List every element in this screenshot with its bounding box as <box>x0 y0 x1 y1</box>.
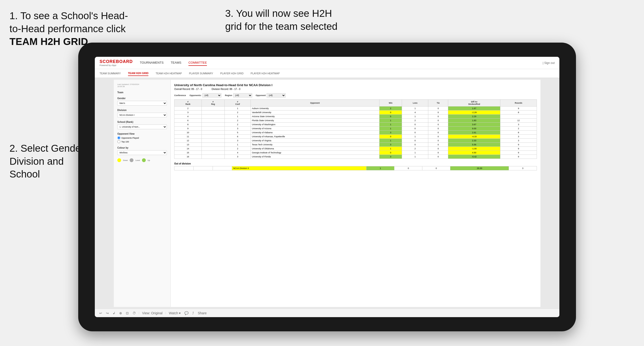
toolbar-undo[interactable]: ↩ <box>98 311 103 316</box>
toolbar-redo[interactable]: ↪ <box>105 311 110 316</box>
cell-diff: 1.83 <box>448 119 500 123</box>
toolbar-crop[interactable]: ⊡ <box>125 311 130 316</box>
subnav-player-h2h-heatmap[interactable]: PLAYER H2H HEATMAP <box>250 71 280 76</box>
cell-conf: 4 <box>225 151 250 155</box>
cell-rounds: 3 <box>500 123 537 127</box>
cell-diff: -2.29 <box>448 111 500 115</box>
subnav-player-summary[interactable]: PLAYER SUMMARY <box>189 71 213 76</box>
nav-teams[interactable]: TEAMS <box>171 60 181 66</box>
filter-opponent-select[interactable]: (All) <box>267 93 286 98</box>
filter-region-select[interactable]: (All) <box>233 93 252 98</box>
subnav-team-summary[interactable]: TEAM SUMMARY <box>100 71 121 76</box>
toolbar-comment[interactable]: 💬 <box>184 311 190 316</box>
table-row: 15 4 Georgia Institute of Technology 0 1… <box>174 151 537 155</box>
cell-opponent: University of Virginia <box>250 139 379 143</box>
grid-records: Overall Record: 89 - 17 - 0 Division Rec… <box>174 88 537 90</box>
cell-rank: 4 <box>174 115 202 119</box>
cell-reg <box>202 147 225 151</box>
cell-opponent: Florida State University <box>250 119 379 123</box>
sidebar-gender-label: Gender <box>117 97 167 100</box>
table-row: 11 6 University of Arkansas, Fayettevill… <box>174 135 537 139</box>
sidebar-radio-opponents-played[interactable]: Opponents Played <box>117 136 167 139</box>
cell-rounds: 3 <box>500 139 537 143</box>
table-row: 12 3 University of Virginia 1 0 0 2.33 3 <box>174 139 537 143</box>
cell-diff: 3.67 <box>448 123 500 127</box>
table-row: 10 5 University of Alabama 3 0 0 2.61 8 <box>174 131 537 135</box>
toolbar-view[interactable]: View: Original <box>141 311 164 316</box>
col-tie: Tie <box>428 100 448 107</box>
cell-loss: 0 <box>402 123 428 127</box>
nav-committee[interactable]: COMMITTEE <box>188 60 207 66</box>
cell-conf: 2 <box>225 147 250 151</box>
cell-rank: 12 <box>174 139 202 143</box>
cell-diff: 4.50 <box>448 151 500 155</box>
cell-rounds: 9 <box>500 151 537 155</box>
colour-legends: Down Level Up <box>117 158 167 162</box>
sidebar-opponent-view-label: Opponent View <box>117 133 167 135</box>
sidebar-division-section: Division NCAA Division I <box>117 109 167 117</box>
subnav-team-h2h-grid[interactable]: TEAM H2H GRID <box>128 71 148 76</box>
sidebar-division-select[interactable]: NCAA Division I <box>117 113 167 117</box>
toolbar-share-icon[interactable]: ⤴ <box>191 311 195 316</box>
annotation-3: 3. You will now see H2H grid for the tea… <box>225 7 338 33</box>
filter-conference: Conference <box>174 94 186 97</box>
cell-opponent: Texas Tech University <box>250 143 379 147</box>
cell-rank: 11 <box>174 135 202 139</box>
cell-diff: -1.00 <box>448 147 500 151</box>
col-diff: Diff AvStrokes/Rnd <box>448 100 500 107</box>
cell-win: 1 <box>379 127 402 131</box>
cell-conf: 1 <box>225 107 250 111</box>
cell-conf: 1 <box>225 115 250 119</box>
grid-title: University of North Carolina Head-to-Hea… <box>174 83 537 87</box>
subnav-player-h2h-grid[interactable]: PLAYER H2H GRID <box>220 71 244 76</box>
cell-opponent: University of Alabama <box>250 131 379 135</box>
ood-rounds: 3 <box>509 166 537 171</box>
cell-rank: 10 <box>174 131 202 135</box>
cell-rank: 3 <box>174 111 202 115</box>
cell-reg <box>202 123 225 127</box>
cell-win: 1 <box>379 147 402 151</box>
filter-opponents-select[interactable]: (All) <box>202 93 222 98</box>
cell-win: 0 <box>379 151 402 155</box>
toolbar-back[interactable]: ↲ <box>112 311 116 316</box>
toolbar-watch[interactable]: Watch ▾ <box>168 311 182 316</box>
sidebar-gender-select[interactable]: Men's <box>117 101 167 106</box>
legend-label-up: Up <box>148 159 150 162</box>
sidebar-colour-select[interactable]: Win/loss <box>117 150 167 155</box>
col-rank: #Rank <box>174 100 202 107</box>
cell-reg <box>202 115 225 119</box>
toolbar-clock[interactable]: ⏱ <box>132 311 137 316</box>
cell-rounds: 8 <box>500 111 537 115</box>
cell-tie: 0 <box>428 131 448 135</box>
cell-rank: 9 <box>174 127 202 131</box>
cell-opponent: University of Florida <box>250 155 379 159</box>
toolbar-share[interactable]: Share <box>197 311 208 316</box>
out-of-division-label: Out of division <box>174 162 537 165</box>
cell-win: 3 <box>379 131 402 135</box>
table-row: 13 1 Texas Tech University 3 0 0 5.56 9 <box>174 143 537 147</box>
cell-opponent: University of Arkansas, Fayetteville <box>250 135 379 139</box>
sidebar-radio-top100[interactable]: Top 100 <box>117 140 167 143</box>
h2h-table: #Rank #Reg #Conf Opponent Win Loss Tie D… <box>174 99 537 159</box>
sidebar-timestamp: Last Updated: 27/03/2024 16:55:38 <box>117 83 167 88</box>
cell-win: 1 <box>379 119 402 123</box>
ood-empty2 <box>194 166 213 171</box>
cell-rank: 6 <box>174 119 202 123</box>
sidebar-school-select[interactable]: 1. University of Nort... <box>117 125 167 129</box>
cell-opponent: University of Arizona <box>250 127 379 131</box>
cell-tie: 0 <box>428 127 448 131</box>
cell-reg <box>202 135 225 139</box>
subnav-team-h2h-heatmap[interactable]: TEAM H2H HEATMAP <box>156 71 182 76</box>
toolbar-zoom[interactable]: ⊕ <box>118 311 123 316</box>
ood-diff: 26.00 <box>450 166 509 171</box>
sub-nav: TEAM SUMMARY TEAM H2H GRID TEAM H2H HEAT… <box>95 69 560 78</box>
nav-sign-out[interactable]: | Sign out <box>543 61 555 65</box>
cell-conf: 2 <box>225 119 250 123</box>
cell-loss: 1 <box>402 155 428 159</box>
cell-reg <box>202 155 225 159</box>
sidebar-opponent-view-section: Opponent View Opponents Played Top 100 <box>117 133 167 143</box>
annotation3-line2: grid for the team selected <box>225 21 338 32</box>
nav-tournaments[interactable]: TOURNAMENTS <box>140 60 164 66</box>
cell-reg <box>202 151 225 155</box>
cell-conf: 2 <box>225 123 250 127</box>
